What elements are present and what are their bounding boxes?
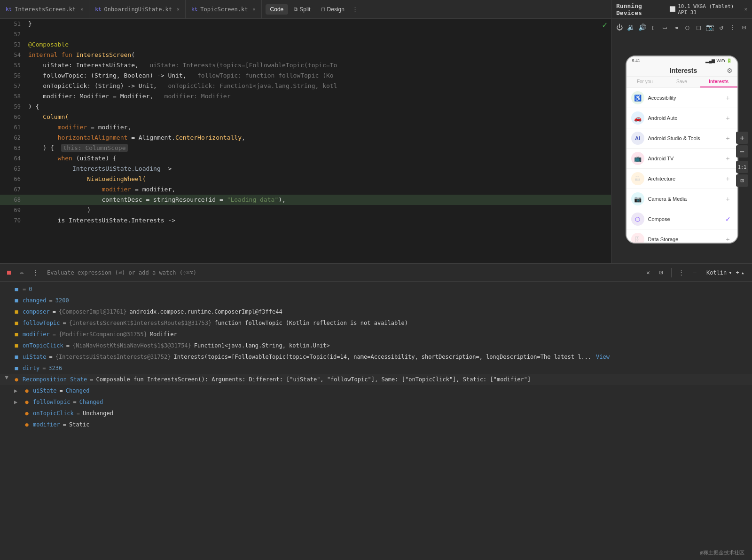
follow-compose-button[interactable]: ✓ — [723, 214, 733, 224]
close-icon[interactable]: ✕ — [80, 7, 83, 12]
phone-status-bar: 9:41 ▂▄▆ WiFi 🔋 — [627, 56, 737, 65]
close-device-icon[interactable]: ✕ — [744, 6, 747, 12]
topic-accessibility[interactable]: ♿ Accessibility + — [627, 88, 737, 108]
phone-tab-save[interactable]: Save — [663, 77, 700, 87]
debug-toolbar: ⏹ ✏ ⋮ Evaluate expression (⏎) or add a w… — [0, 264, 752, 282]
debug-row-modifier-static: ● modifier = Static — [0, 419, 752, 430]
running-devices-label: Running Devices — [616, 2, 663, 16]
settings-icon[interactable]: ⚙ — [727, 67, 733, 74]
volume-down-icon[interactable]: 🔉 — [627, 22, 635, 33]
edit-watch-icon[interactable]: ✏ — [17, 268, 27, 278]
topic-android-auto-icon: 🚗 — [631, 111, 644, 125]
close-debug-icon[interactable]: ✕ — [643, 268, 653, 278]
tab-interests-screen[interactable]: kt InterestsScreen.kt ✕ — [0, 0, 89, 19]
phone-tab-foryou[interactable]: For you — [627, 77, 664, 87]
debug-icon-recomposition: ● — [13, 376, 20, 383]
zoom-in-button[interactable]: + — [736, 132, 742, 144]
volume-up-icon[interactable]: 🔊 — [638, 22, 646, 33]
power-icon[interactable]: ⏻ — [615, 22, 624, 33]
add-watch-icon[interactable]: + — [736, 269, 739, 276]
status-icons: ▂▄▆ WiFi 🔋 — [705, 58, 731, 63]
more-options-icon[interactable]: ⋮ — [350, 6, 360, 13]
tab-label: TopicScreen.kt — [200, 6, 248, 13]
split-view-button[interactable]: ⧉ Split — [289, 4, 315, 15]
topic-android-studio[interactable]: AI Android Studio & Tools + — [627, 128, 737, 149]
device-selector[interactable]: ⬜ 10.1 WXGA (Tablet) API 33 ✕ — [669, 3, 747, 16]
zoom-out-button[interactable]: − — [736, 145, 742, 158]
topic-camera-info: Camera & Media — [648, 196, 720, 202]
rotate-landscape-icon[interactable]: ▭ — [660, 22, 669, 33]
code-line-52: 52 — [0, 29, 611, 39]
phone-title: Interests — [641, 67, 727, 74]
topic-android-studio-icon: AI — [631, 132, 644, 145]
language-selector[interactable]: Kotlin ▾ + ▴ — [703, 269, 748, 276]
fit-screen-button[interactable]: ⊡ — [736, 174, 742, 187]
chevron-up-icon: ▴ — [741, 269, 744, 276]
back-icon[interactable]: ◄ — [672, 22, 680, 33]
debug-row-modifier: ■ modifier = {Modifier$Companion@31755} … — [0, 329, 752, 340]
debug-row-ontopicclick: ■ onTopicClick = {NiaNavHostKt$NiaNavHos… — [0, 340, 752, 351]
topic-android-auto[interactable]: 🚗 Android Auto + — [627, 108, 737, 128]
debug-row-composer: ■ composer = {ComposerImpl@31761} androi… — [0, 306, 752, 317]
topic-android-tv[interactable]: 📺 Android TV + — [627, 149, 737, 169]
tab-onboarding[interactable]: kt OnboardingUiState.kt ✕ — [89, 0, 186, 19]
code-line-67: 67 modifier = modifier, — [0, 184, 611, 195]
code-lines: 51 } 52 53 @Composable 54 internal fun I… — [0, 19, 611, 226]
debug-icon-followtopic: ■ — [13, 320, 20, 326]
follow-data-storage-button[interactable]: + — [723, 235, 733, 243]
phone-tab-interests[interactable]: Interests — [700, 77, 737, 87]
more-debug-icon[interactable]: ⋮ — [30, 268, 40, 278]
follow-android-tv-button[interactable]: + — [723, 154, 733, 163]
topic-compose[interactable]: ⬡ Compose ✓ — [627, 209, 737, 229]
minimize-debug-icon[interactable]: — — [689, 268, 700, 278]
code-view-button[interactable]: Code — [266, 4, 289, 15]
expand-followtopic-arrow[interactable]: ▶ — [14, 398, 21, 406]
restore-debug-icon[interactable]: ⊡ — [656, 268, 666, 278]
external-screen-icon[interactable]: ⊡ — [740, 22, 748, 33]
view-link[interactable]: View — [596, 353, 610, 361]
follow-accessibility-button[interactable]: + — [723, 93, 733, 103]
close-icon[interactable]: ✕ — [253, 7, 256, 12]
kt-icon: kt — [95, 6, 101, 12]
follow-android-auto-button[interactable]: + — [723, 113, 733, 123]
tab-label: InterestsScreen.kt — [15, 6, 76, 13]
follow-android-studio-button[interactable]: + — [723, 134, 733, 143]
expand-uistate-arrow[interactable]: ▶ — [14, 386, 21, 395]
debug-content: ■ = 0 ■ changed = 3200 ■ composer = {Com… — [0, 282, 752, 560]
code-line-54: 54 internal fun InterestsScreen( — [0, 50, 611, 60]
follow-architecture-button[interactable]: + — [723, 174, 733, 183]
code-line-61: 61 modifier = modifier, — [0, 122, 611, 133]
topic-architecture-icon: 🏛 — [631, 172, 644, 185]
tab-topic-screen[interactable]: kt TopicScreen.kt ✕ — [186, 0, 261, 19]
debug-row-uistate: ■ uiState = {InterestsUiState$Interests@… — [0, 351, 752, 363]
topic-android-studio-info: Android Studio & Tools — [648, 135, 720, 141]
topic-camera[interactable]: 📷 Camera & Media + — [627, 189, 737, 209]
design-view-button[interactable]: ◻ Design — [316, 4, 349, 15]
recents-icon[interactable]: □ — [695, 22, 703, 33]
topic-accessibility-info: Accessibility — [648, 95, 720, 101]
debug-row-dirty: ■ dirty = 3236 — [0, 363, 752, 374]
code-line-66: 66 NiaLoadingWheel( — [0, 174, 611, 184]
rotate-icon[interactable]: ↺ — [717, 22, 726, 33]
topic-android-auto-info: Android Auto — [648, 115, 720, 121]
debug-icon-0: ■ — [13, 286, 20, 292]
more-debug-icon2[interactable]: ⋮ — [676, 268, 687, 278]
home-icon[interactable]: ○ — [683, 22, 691, 33]
follow-camera-button[interactable]: + — [723, 194, 733, 204]
phone-topic-list: ♿ Accessibility + 🚗 Android Auto + — [627, 88, 737, 243]
code-line-56: 56 followTopic: (String, Boolean) -> Uni… — [0, 71, 611, 81]
debug-icon-uistate-sub: ● — [24, 387, 30, 394]
topic-data-storage-icon: 🗄 — [631, 233, 644, 243]
close-icon[interactable]: ✕ — [177, 7, 180, 12]
expand-recomposition-arrow[interactable]: ▶ — [3, 376, 11, 383]
screenshot-icon[interactable]: 📷 — [706, 22, 714, 33]
topic-data-storage[interactable]: 🗄 Data Storage + — [627, 229, 737, 243]
stop-debug-icon[interactable]: ⏹ — [4, 268, 14, 278]
topic-camera-icon: 📷 — [631, 192, 644, 205]
reset-zoom-button[interactable]: 1:1 — [736, 161, 742, 173]
topic-android-tv-info: Android TV — [648, 156, 720, 161]
rotate-portrait-icon[interactable]: ▯ — [649, 22, 658, 33]
more-icon[interactable]: ⋮ — [728, 22, 737, 33]
code-editor: ✓ 51 } 52 53 @Composable 54 internal fun… — [0, 19, 611, 263]
topic-architecture[interactable]: 🏛 Architecture + — [627, 169, 737, 189]
